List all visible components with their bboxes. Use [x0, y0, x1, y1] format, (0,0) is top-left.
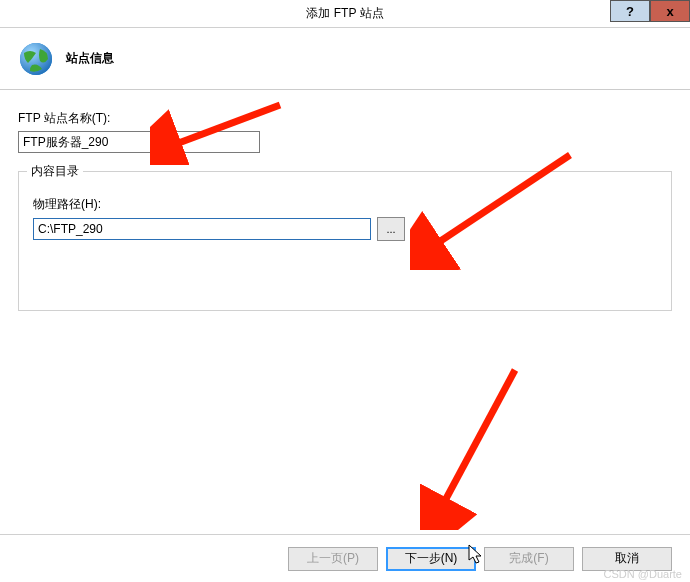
content-directory-legend: 内容目录: [27, 163, 83, 180]
page-title: 站点信息: [66, 50, 114, 67]
ellipsis-icon: ...: [386, 223, 395, 235]
site-name-label: FTP 站点名称(T):: [18, 110, 672, 127]
window-title: 添加 FTP 站点: [306, 5, 383, 22]
wizard-content: FTP 站点名称(T): 内容目录 物理路径(H): ...: [0, 90, 690, 311]
content-directory-group: 内容目录 物理路径(H): ...: [18, 171, 672, 311]
site-name-input[interactable]: [18, 131, 260, 153]
wizard-header: 站点信息: [0, 28, 690, 90]
next-button[interactable]: 下一步(N): [386, 547, 476, 571]
finish-button: 完成(F): [484, 547, 574, 571]
titlebar-buttons: ? x: [610, 0, 690, 22]
svg-line-4: [440, 370, 515, 510]
wizard-footer: 上一页(P) 下一步(N) 完成(F) 取消: [0, 534, 690, 582]
cancel-button[interactable]: 取消: [582, 547, 672, 571]
annotation-arrow-icon: [420, 360, 540, 530]
help-icon: ?: [626, 4, 634, 19]
close-button[interactable]: x: [650, 0, 690, 22]
globe-icon: [18, 41, 54, 77]
physical-path-label: 物理路径(H):: [33, 196, 657, 213]
physical-path-input[interactable]: [33, 218, 371, 240]
close-icon: x: [666, 4, 673, 19]
previous-button: 上一页(P): [288, 547, 378, 571]
help-button[interactable]: ?: [610, 0, 650, 22]
titlebar: 添加 FTP 站点 ? x: [0, 0, 690, 28]
browse-button[interactable]: ...: [377, 217, 405, 241]
